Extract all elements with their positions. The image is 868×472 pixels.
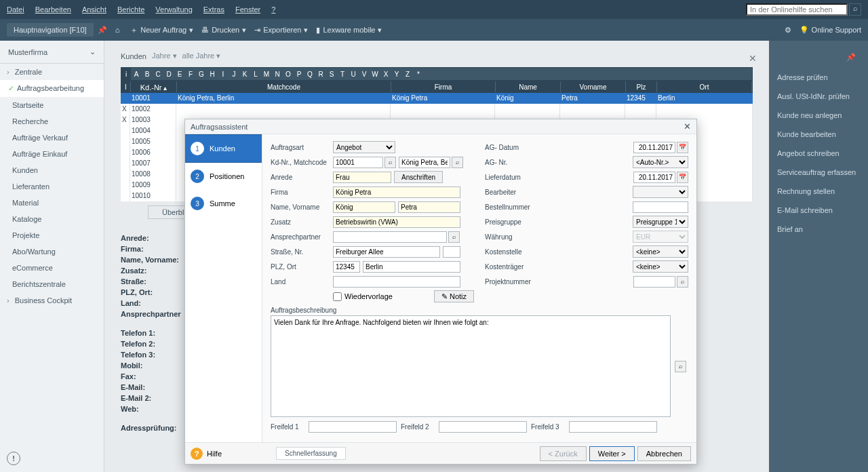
hausnr-input[interactable] [443, 246, 460, 258]
sidebar-item-kataloge[interactable]: Kataloge [0, 211, 104, 227]
vorname-input[interactable] [398, 201, 460, 213]
sidebar-item-auftraege-verkauf[interactable]: Aufträge Verkauf [0, 130, 104, 146]
agdatum-cal-icon[interactable]: 📅 [677, 142, 688, 153]
step-positionen[interactable]: 2Positionen [185, 163, 262, 190]
sidebar-item-recherche[interactable]: Recherche [0, 113, 104, 130]
settings-button[interactable]: ⚙ [785, 26, 791, 35]
alpha-Q[interactable]: Q [304, 68, 315, 80]
freifeld3-input[interactable] [569, 421, 657, 433]
help-search-button[interactable]: ⌕ [849, 3, 861, 16]
menu-bearbeiten[interactable]: Bearbeiten [35, 5, 71, 14]
export-button[interactable]: ⇥Exportieren▾ [254, 26, 308, 35]
agnr-select[interactable]: <Auto-Nr.> [633, 156, 688, 168]
action-link[interactable]: Brief an [777, 220, 860, 239]
sidebar-item-berichtszentrale[interactable]: Berichtszentrale [0, 276, 104, 292]
action-link[interactable]: Kunde neu anlegen [777, 106, 860, 125]
matchcode-input[interactable] [399, 157, 450, 168]
th-kdnr[interactable]: Kd.-Nr ▴ [131, 81, 177, 92]
action-link[interactable]: Rechnung stellen [777, 182, 860, 201]
sidebar-item-business-cockpit[interactable]: Business Cockpit [0, 292, 104, 309]
alert-icon[interactable]: ! [7, 452, 20, 465]
action-link[interactable]: Ausl. USt-IdNr. prüfen [777, 87, 860, 106]
bearbeiter-select[interactable] [633, 186, 688, 198]
menu-help[interactable]: ? [271, 5, 275, 14]
alpha-info[interactable]: i [121, 68, 131, 80]
alpha-T[interactable]: T [337, 68, 348, 80]
lieferdatum-input[interactable] [633, 172, 675, 183]
menu-berichte[interactable]: Berichte [117, 5, 144, 14]
freifeld1-input[interactable] [309, 421, 397, 433]
matchcode-search-icon[interactable]: ⌕ [452, 157, 463, 168]
th-ort[interactable]: Ort [657, 81, 752, 92]
sidebar-item-material[interactable]: Material [0, 195, 104, 211]
alpha-E[interactable]: E [174, 68, 185, 80]
sidebar-item-abo[interactable]: Abo/Wartung [0, 243, 104, 260]
alpha-C[interactable]: C [153, 68, 163, 80]
alpha-Y[interactable]: Y [391, 68, 402, 80]
menu-verwaltung[interactable]: Verwaltung [155, 5, 192, 14]
alpha-G[interactable]: G [196, 68, 207, 80]
alpha-*[interactable]: * [413, 68, 424, 80]
projektnr-search-icon[interactable]: ⌕ [677, 276, 688, 288]
th-i[interactable]: I [121, 81, 131, 92]
support-button[interactable]: 💡Online Support [800, 26, 861, 35]
help-link[interactable]: Hilfe [207, 450, 222, 458]
agdatum-input[interactable] [633, 142, 675, 153]
alpha-W[interactable]: W [370, 68, 380, 80]
alpha-M[interactable]: M [261, 68, 272, 80]
firma-input[interactable] [333, 186, 460, 198]
print-button[interactable]: 🖶Drucken▾ [201, 26, 246, 35]
alpha-S[interactable]: S [326, 68, 337, 80]
beschreibung-textarea[interactable]: Vielen Dank für Ihre Anfrage. Nachfolgen… [271, 315, 671, 417]
sidebar-item-lieferanten[interactable]: Lieferanten [0, 178, 104, 195]
alpha-I[interactable]: I [218, 68, 229, 80]
dialog-close-button[interactable]: ✕ [684, 121, 691, 132]
alpha-R[interactable]: R [315, 68, 326, 80]
step-kunden[interactable]: 1Kunden [185, 134, 262, 163]
pin-panel-icon[interactable]: 📌 [846, 53, 856, 62]
alpha-P[interactable]: P [294, 68, 304, 80]
kdnr-search-icon[interactable]: ⌕ [384, 157, 396, 168]
freifeld2-input[interactable] [439, 421, 527, 433]
kdnr-input[interactable] [333, 157, 383, 168]
sidebar-item-startseite[interactable]: Startseite [0, 97, 104, 113]
land-input[interactable] [333, 276, 460, 288]
main-nav-button[interactable]: Hauptnavigation [F10] [7, 23, 94, 37]
plz-input[interactable] [333, 261, 360, 273]
wiedervorlage-checkbox[interactable] [333, 292, 342, 301]
menu-fenster[interactable]: Fenster [235, 5, 260, 14]
alpha-N[interactable]: N [272, 68, 283, 80]
sidebar-item-auftraege-einkauf[interactable]: Aufträge Einkauf [0, 146, 104, 162]
name-input[interactable] [333, 201, 395, 213]
action-link[interactable]: E-Mail schreiben [777, 201, 860, 220]
strasse-input[interactable] [333, 246, 440, 258]
projektnr-input[interactable] [633, 276, 675, 288]
alpha-B[interactable]: B [142, 68, 153, 80]
alpha-D[interactable]: D [163, 68, 174, 80]
next-button[interactable]: Weiter > [589, 446, 635, 461]
cancel-button[interactable]: Abbrechen [637, 446, 691, 461]
crumb-jahre[interactable]: Jahre ▾ [152, 52, 177, 60]
menu-ansicht[interactable]: Ansicht [82, 5, 106, 14]
alpha-V[interactable]: V [359, 68, 370, 80]
notiz-button[interactable]: ✎ Notiz [434, 290, 474, 302]
action-link[interactable]: Kunde bearbeiten [777, 125, 860, 144]
alpha-F[interactable]: F [185, 68, 196, 80]
table-row[interactable]: 10001König Petra, BerlinKönig PetraKönig… [121, 93, 753, 104]
th-firma[interactable]: Firma [391, 81, 496, 92]
th-matchcode[interactable]: Matchcode [177, 81, 391, 92]
sidebar-item-zentrale[interactable]: Zentrale [0, 64, 104, 80]
sidebar-item-auftragsbearbeitung[interactable]: ✓Auftragsbearbeitung [0, 80, 104, 97]
alpha-A[interactable]: A [131, 68, 142, 80]
sidebar-item-kunden[interactable]: Kunden [0, 162, 104, 178]
help-search-input[interactable] [746, 3, 848, 16]
company-selector[interactable]: Musterfirma⌄ [0, 41, 104, 64]
zusatz-input[interactable] [333, 216, 460, 228]
action-link[interactable]: Angebot schreiben [777, 144, 860, 163]
mobile-button[interactable]: ▮Lexware mobile▾ [316, 26, 382, 35]
anspr-input[interactable] [333, 231, 447, 243]
alpha-H[interactable]: H [207, 68, 218, 80]
anspr-search-icon[interactable]: ⌕ [448, 231, 460, 243]
preisgruppe-select[interactable]: Preisgruppe 1 [633, 216, 688, 228]
lieferdatum-cal-icon[interactable]: 📅 [677, 172, 688, 183]
